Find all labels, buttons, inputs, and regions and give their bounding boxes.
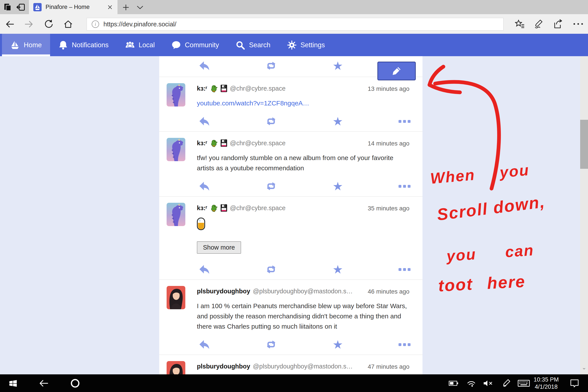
boost-icon[interactable] <box>238 262 304 276</box>
floppy-disk-emoji <box>220 204 227 212</box>
reply-icon[interactable] <box>171 179 238 193</box>
set-tabs-aside-icon[interactable] <box>16 3 25 11</box>
toot-link[interactable]: youtube.com/watch?v=1ZCF8ngqeA… <box>197 100 309 107</box>
boost-icon[interactable] <box>238 338 304 352</box>
more-options-icon[interactable] <box>573 22 584 26</box>
nav-item-community[interactable]: Community <box>163 34 227 56</box>
display-name[interactable]: kз:ʳ <box>197 85 207 92</box>
screen: Pinafore – Home i https://dev.pinafore <box>0 0 588 392</box>
toot[interactable]: kз:ʳ @chr@cybre.space 14 minutes ago tfw… <box>159 132 422 197</box>
nav-label: Home <box>24 41 42 49</box>
clock[interactable]: 10:35 PM4/1/2018 <box>531 374 562 392</box>
boost-icon[interactable] <box>238 179 304 193</box>
favorite-star-icon[interactable]: ★ <box>304 338 371 352</box>
touch-keyboard-icon[interactable] <box>516 374 531 392</box>
reply-icon[interactable] <box>171 338 238 352</box>
clock-time: 10:35 PM <box>534 376 559 383</box>
nav-item-home[interactable]: Home <box>2 34 50 56</box>
boost-icon[interactable] <box>238 114 304 128</box>
browser-tab-bar: Pinafore – Home <box>0 0 588 14</box>
boost-icon[interactable] <box>238 59 304 73</box>
toot[interactable]: plsburydoughboy @plsburydoughboy@mastodo… <box>159 355 422 374</box>
timestamp[interactable]: 14 minutes ago <box>368 140 410 147</box>
favorite-star-icon[interactable]: ★ <box>304 114 371 128</box>
browser-tab[interactable]: Pinafore – Home <box>29 0 118 14</box>
tab-divider <box>118 0 118 14</box>
nav-item-local[interactable]: Local <box>117 34 163 56</box>
avatar[interactable] <box>166 286 185 309</box>
nav-item-notifications[interactable]: Notifications <box>50 34 117 56</box>
favorite-star-icon[interactable]: ★ <box>304 262 371 276</box>
toot[interactable]: kз:ʳ @chr@cybre.space 35 minutes ago Sho… <box>159 197 422 280</box>
toot-more-icon[interactable] <box>371 262 422 276</box>
home-icon[interactable] <box>63 19 73 29</box>
floppy-disk-emoji <box>220 84 227 92</box>
reply-icon[interactable] <box>171 114 238 128</box>
favorites-hub-icon[interactable] <box>515 19 525 29</box>
battery-icon <box>448 374 460 392</box>
toot[interactable]: plsburydoughboy @plsburydoughboy@mastodo… <box>159 280 422 355</box>
nav-item-settings[interactable]: Settings <box>279 34 333 56</box>
cortana-icon[interactable] <box>68 374 82 392</box>
toot-more-icon[interactable] <box>371 179 422 193</box>
share-icon[interactable] <box>553 19 563 29</box>
compose-toot-button[interactable] <box>378 62 416 80</box>
toot-text: tfw! you randomly stumble on a new album… <box>197 153 410 173</box>
beverage-glass-emoji <box>197 218 205 230</box>
show-more-button[interactable]: Show more <box>197 241 241 254</box>
timestamp[interactable]: 47 minutes ago <box>368 363 410 370</box>
scrollbar-down-arrow[interactable]: ⌄ <box>580 364 588 371</box>
toot-more-icon[interactable] <box>371 114 422 128</box>
account-handle: @plsburydoughboy@mastodon.s… <box>253 288 353 295</box>
wifi-icon[interactable] <box>466 374 477 392</box>
close-tab-icon[interactable] <box>108 5 112 10</box>
nav-item-search[interactable]: Search <box>227 34 278 56</box>
favorite-star-icon[interactable]: ★ <box>304 59 371 73</box>
browser-toolbar: i https://dev.pinafore.social/ <box>0 14 588 34</box>
toot[interactable]: kз:ʳ @chr@cybre.space 13 minutes ago you… <box>159 77 422 132</box>
volume-muted-icon[interactable] <box>482 374 494 392</box>
timestamp[interactable]: 35 minutes ago <box>368 205 410 212</box>
nav-label: Community <box>185 41 219 49</box>
avatar[interactable] <box>166 361 185 374</box>
back-icon[interactable] <box>5 19 15 29</box>
search-icon <box>236 40 245 50</box>
reply-icon[interactable] <box>171 59 238 73</box>
tab-title: Pinafore – Home <box>46 4 90 10</box>
taskbar: 10:35 PM4/1/2018 <box>0 374 588 392</box>
timeline-column: ★ kз:ʳ @chr@cybre.space 13 min <box>159 56 422 374</box>
display-name[interactable]: plsburydoughboy <box>197 363 250 370</box>
display-name[interactable]: kз:ʳ <box>197 140 207 147</box>
scrollbar-track[interactable] <box>580 56 588 374</box>
display-name[interactable]: plsburydoughboy <box>197 288 250 295</box>
url-text[interactable]: https://dev.pinafore.social/ <box>104 21 176 28</box>
people-icon <box>125 40 135 50</box>
start-button-icon[interactable] <box>6 374 20 392</box>
forward-icon[interactable] <box>24 19 34 29</box>
avatar[interactable] <box>166 203 185 226</box>
pen-icon[interactable] <box>500 374 512 392</box>
floppy-disk-emoji <box>220 139 227 147</box>
reply-icon[interactable] <box>171 262 238 276</box>
tab-list-chevron-icon[interactable] <box>136 5 144 10</box>
avatar[interactable] <box>166 138 185 161</box>
toot-more-icon[interactable] <box>371 338 422 352</box>
tablet-back-icon[interactable] <box>37 374 50 392</box>
sailboat-icon <box>10 40 20 50</box>
site-info-icon[interactable]: i <box>92 20 99 28</box>
web-note-pen-icon[interactable] <box>534 19 544 29</box>
refresh-icon[interactable] <box>44 19 54 29</box>
action-center-icon[interactable] <box>568 374 581 392</box>
scrollbar-thumb[interactable] <box>580 120 588 169</box>
avatar[interactable] <box>166 83 185 106</box>
dragon-emoji <box>210 84 218 92</box>
tab-preview-icon[interactable] <box>4 3 12 11</box>
bell-icon <box>58 40 68 50</box>
address-bar[interactable]: i https://dev.pinafore.social/ <box>87 18 504 30</box>
new-tab-icon[interactable] <box>122 4 129 11</box>
timestamp[interactable]: 46 minutes ago <box>368 288 410 295</box>
favorite-star-icon[interactable]: ★ <box>304 179 371 193</box>
display-name[interactable]: kз:ʳ <box>197 204 207 212</box>
timestamp[interactable]: 13 minutes ago <box>368 85 410 92</box>
pencil-icon <box>392 66 402 76</box>
